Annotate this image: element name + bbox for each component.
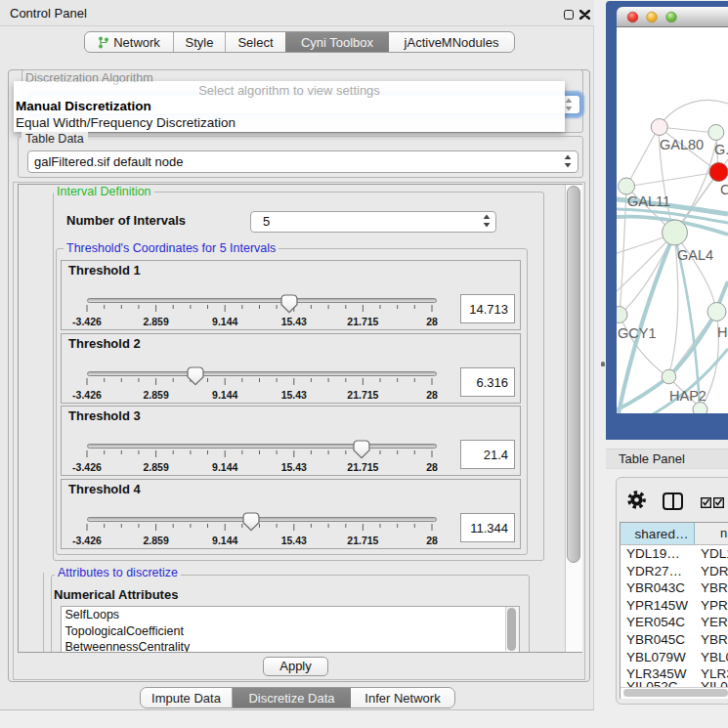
svg-text:H: H [717,324,727,340]
svg-text:GAL11: GAL11 [627,193,670,209]
svg-text:GCY1: GCY1 [618,325,657,341]
svg-text:HAP2: HAP2 [669,388,707,404]
svg-text:G.: G. [714,142,728,157]
svg-text:GAL4: GAL4 [677,247,713,263]
svg-text:C: C [720,182,728,197]
svg-text:GAL80: GAL80 [660,137,704,152]
